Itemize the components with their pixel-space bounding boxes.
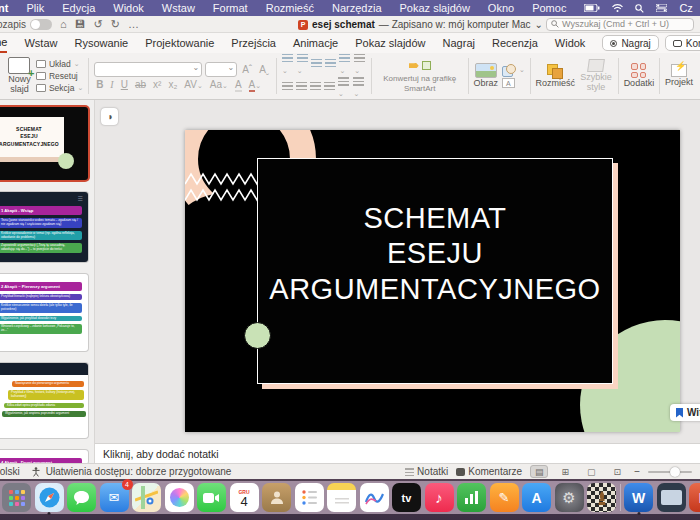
tab-widok[interactable]: Widok (555, 35, 586, 52)
slideshow-button[interactable]: ⊡ (608, 465, 626, 478)
insert-picture-button[interactable]: Obraz (473, 63, 498, 89)
layout-button[interactable]: Układ⌄ (36, 59, 83, 69)
dock-powerpoint-icon[interactable]: P (689, 483, 700, 512)
dock-word-icon[interactable]: W (624, 483, 653, 512)
insert-textbox-button[interactable]: A (502, 78, 525, 88)
line-spacing-button[interactable]: ⌄ (339, 54, 351, 75)
record-button[interactable]: Nagraj (602, 35, 658, 51)
menu-okno[interactable]: Okno (488, 2, 514, 14)
notes-toggle-button[interactable]: Notatki (405, 466, 448, 477)
text-direction-button[interactable]: ⌄ (338, 77, 351, 98)
shrink-font-icon[interactable]: Aˬ (257, 64, 271, 75)
dock-photos-icon[interactable] (165, 483, 194, 512)
autosave-toggle[interactable]: Autozapis (0, 19, 52, 30)
align-center-button[interactable] (296, 82, 307, 93)
align-right-button[interactable] (310, 82, 321, 93)
tab-nagraj[interactable]: Nagraj (443, 35, 475, 52)
menu-wstaw[interactable]: Wstaw (162, 2, 195, 14)
underline-button[interactable]: U (119, 79, 130, 90)
columns-button[interactable]: ⌄ (354, 54, 366, 75)
normal-view-button[interactable]: ▤ (530, 465, 548, 478)
dock-pages-icon[interactable]: ✎ (490, 483, 519, 512)
dock-maps-icon[interactable] (132, 483, 161, 512)
tab-wstaw[interactable]: Wstaw (24, 35, 57, 52)
autosave-switch-icon[interactable] (30, 19, 52, 30)
menu-narzedzia[interactable]: Narzędzia (332, 2, 382, 14)
dock-music-icon[interactable]: ♪ (425, 483, 454, 512)
tab-pokaz-slajdow[interactable]: Pokaz slajdów (355, 35, 425, 52)
dock-freeform-icon[interactable] (360, 483, 389, 512)
dock-numbers-icon[interactable] (457, 483, 486, 512)
more-commands-icon[interactable]: … (128, 18, 139, 30)
tab-przejscia[interactable]: Przejścia (231, 35, 276, 52)
dock-system-settings-icon[interactable]: ⚙ (555, 483, 584, 512)
dock-messages-icon[interactable] (67, 483, 96, 512)
slide-sorter-view-button[interactable]: ⊞ (556, 465, 574, 478)
slide-thumbnail-2[interactable]: ☰ 1 Akapit - Wstęp Teza (jasne stanowisk… (0, 192, 88, 262)
dock-launchpad-icon[interactable] (2, 483, 31, 512)
change-case-button[interactable]: Aa⌄ (208, 79, 230, 90)
dock-contacts-icon[interactable] (262, 483, 291, 512)
new-slide-button[interactable]: Nowy slajd (7, 57, 32, 95)
zoom-slider[interactable] (648, 471, 692, 473)
slide-title-box[interactable]: SCHEMAT ESEJU ARGUMENTACYJNEGO (257, 158, 613, 384)
menu-format[interactable]: Format (213, 2, 248, 14)
document-title[interactable]: P esej schemat — Zapisano w: mój kompute… (298, 19, 543, 30)
home-icon[interactable]: ⌂ (60, 18, 67, 30)
comments-toggle-button[interactable]: Komentarze (456, 466, 522, 477)
spotlight-search-icon[interactable] (635, 4, 644, 13)
notes-input[interactable]: Kliknij, aby dodać notatki (95, 443, 700, 463)
justify-button[interactable] (324, 82, 335, 93)
search-input[interactable]: Wyszukaj (Cmd + Ctrl + U) (546, 18, 694, 31)
zoom-out-button[interactable]: − (634, 466, 640, 477)
menu-pomoc[interactable]: Pomoc (532, 2, 566, 14)
bold-button[interactable]: B (94, 79, 105, 90)
font-color-button[interactable]: A⌄ (247, 79, 264, 90)
reading-view-button[interactable]: ▢ (582, 465, 600, 478)
accessibility-status[interactable]: Ułatwienia dostępu: dobrze przygotowane (46, 466, 232, 477)
align-text-button[interactable]: ⌄ (353, 77, 366, 98)
dock-reminders-icon[interactable] (295, 483, 324, 512)
designer-button[interactable]: Projekt (665, 64, 693, 88)
menu-widok[interactable]: Widok (113, 2, 144, 14)
dock-app-store-icon[interactable]: A (522, 483, 551, 512)
dock-window-preview-icon[interactable] (657, 483, 686, 512)
reset-button[interactable]: Resetuj (36, 71, 83, 81)
wifi-icon[interactable] (612, 4, 623, 12)
quick-styles-button[interactable]: Szybkie style (579, 59, 613, 93)
subscript-button[interactable]: x₂ (166, 79, 179, 90)
font-size-select[interactable] (205, 62, 237, 77)
slide-canvas[interactable]: ◑ SCHEMAT ESEJU ARGUMENTACYJNEGO (95, 100, 700, 443)
slide-thumbnail-1[interactable]: SCHEMAT ESEJU ARGUMENTACYJNEGO (0, 107, 88, 180)
tab-projektowanie[interactable]: Projektowanie (145, 35, 214, 52)
insert-shape-button[interactable]: ⌄ (502, 64, 525, 76)
tab-narzedzia-glowne[interactable]: Narzędzia główne (0, 34, 7, 53)
menu-plik[interactable]: Plik (27, 2, 45, 14)
highlight-color-button[interactable]: A (233, 79, 244, 90)
italic-button[interactable]: I (108, 79, 115, 90)
language-indicator[interactable]: Polski (0, 466, 20, 477)
dock-notes-icon[interactable] (327, 483, 356, 512)
current-slide[interactable]: SCHEMAT ESEJU ARGUMENTACYJNEGO (185, 130, 680, 432)
comments-button[interactable]: Komentarze (665, 35, 700, 51)
dock-facetime-icon[interactable] (197, 483, 226, 512)
menu-edycja[interactable]: Edycja (62, 2, 95, 14)
numbering-button[interactable]: ⌄ (297, 54, 309, 75)
section-button[interactable]: Sekcja⌄ (36, 83, 83, 93)
slide-thumbnail-5[interactable]: 4 Akapit - Drugi argument (0, 450, 88, 463)
battery-icon[interactable] (584, 4, 600, 12)
slide-thumbnail-4[interactable]: Nawiązanie do pierwszego argumentu Przyk… (0, 363, 88, 438)
design-ideas-button[interactable]: ◑ (101, 108, 118, 125)
menu-rozmiesc[interactable]: Rozmieść (266, 2, 314, 14)
bullets-button[interactable]: ⌄ (282, 54, 294, 75)
addins-button[interactable]: Dodatki (624, 63, 655, 89)
strikethrough-button[interactable]: ab (133, 79, 148, 90)
arrange-button[interactable]: Rozmieść (536, 64, 576, 89)
grow-font-icon[interactable]: Aˆ (240, 64, 254, 75)
tab-recenzja[interactable]: Recenzja (492, 35, 538, 52)
dock-calendar-icon[interactable]: GRU 4 (230, 483, 259, 512)
dock-mail-icon[interactable]: ✉ 4 (100, 483, 129, 512)
zoom-slider-knob[interactable] (670, 467, 680, 477)
redo-icon[interactable]: ↻ (111, 18, 120, 31)
slide-thumbnail-3[interactable]: 2 Akapit – Pierwszy argument Przykład li… (0, 274, 88, 351)
